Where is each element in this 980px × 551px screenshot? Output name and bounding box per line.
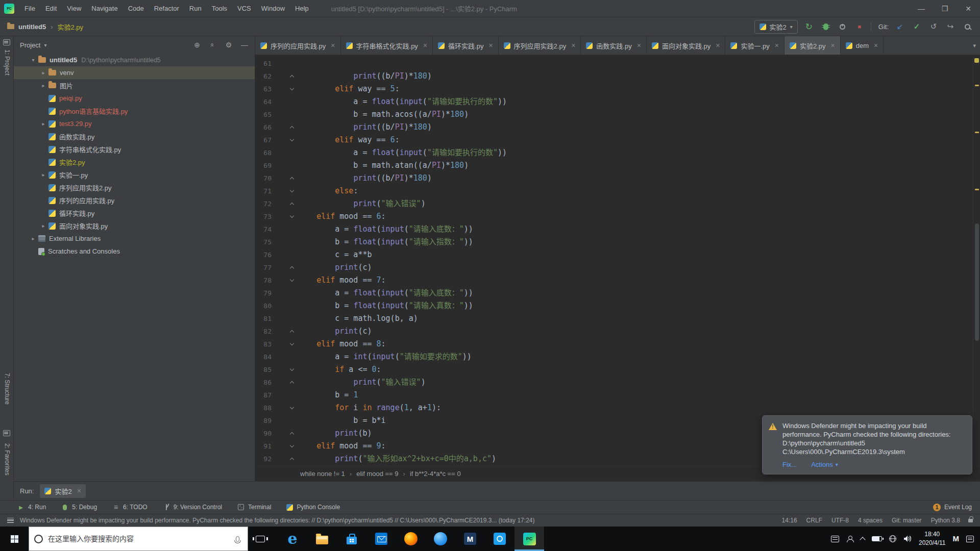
status-item[interactable]: UTF-8 <box>831 517 849 524</box>
menu-item[interactable]: View <box>62 0 86 17</box>
chevron-right-icon[interactable] <box>38 70 48 76</box>
close-button[interactable]: ✕ <box>957 0 980 17</box>
tab-close-icon[interactable]: × <box>571 42 575 49</box>
search-input[interactable] <box>48 535 231 543</box>
chevron-right-icon[interactable] <box>38 121 48 127</box>
run-tab[interactable]: 实验2 × <box>40 484 85 498</box>
fold-marker[interactable] <box>276 185 298 197</box>
toolwindow-button-python[interactable]: Python Console <box>286 504 340 511</box>
scrollbar-thumb[interactable] <box>975 223 979 341</box>
menu-item[interactable]: Run <box>184 0 207 17</box>
status-item[interactable]: 14:16 <box>782 517 797 524</box>
update-project-button[interactable]: ↙ <box>894 21 905 32</box>
hide-panel-icon[interactable]: — <box>240 41 249 49</box>
warning-stripe-mark[interactable] <box>975 189 979 190</box>
actions-link[interactable]: Actions ▾ <box>811 460 838 469</box>
taskbar-search[interactable] <box>29 527 248 551</box>
toolwindow-button-todo[interactable]: 6: TODO <box>112 504 148 511</box>
chevron-right-icon[interactable] <box>38 83 48 88</box>
fold-marker[interactable] <box>276 83 298 95</box>
close-icon[interactable]: × <box>77 487 81 494</box>
gear-icon[interactable]: ⚙ <box>225 41 233 49</box>
fold-marker[interactable] <box>276 121 298 134</box>
tree-item[interactable]: 序列的应用实践.py <box>14 194 255 207</box>
toolwindow-button-vcs[interactable]: 9: Version Control <box>163 504 222 511</box>
event-log-button[interactable]: 1 Event Log <box>933 504 972 511</box>
editor-tab[interactable]: 字符串格式化实践.py× <box>341 36 433 55</box>
run-config-selector[interactable]: 实验2 ▾ <box>754 20 798 34</box>
tree-item[interactable]: peiqi.py <box>14 92 255 105</box>
chevron-right-icon[interactable] <box>28 236 38 241</box>
breadcrumb-item[interactable]: if b**2-4*a*c == 0 <box>410 470 461 478</box>
tab-close-icon[interactable]: × <box>423 42 427 49</box>
tree-item[interactable]: 字符串格式化实践.py <box>14 143 255 156</box>
editor-tab[interactable]: 函数实践.py× <box>581 36 647 55</box>
tree-item[interactable]: 循环实践.py <box>14 207 255 219</box>
tab-list-icon[interactable]: ▾ <box>973 36 976 55</box>
tab-close-icon[interactable]: × <box>831 42 835 49</box>
warning-stripe-mark[interactable] <box>975 85 979 86</box>
tab-close-icon[interactable]: × <box>716 42 720 49</box>
menu-item[interactable]: Tools <box>207 0 232 17</box>
tab-close-icon[interactable]: × <box>775 42 779 49</box>
locate-file-icon[interactable]: ⊕ <box>193 41 201 49</box>
menu-item[interactable]: Window <box>256 0 290 17</box>
fold-marker[interactable] <box>276 338 298 350</box>
stripe-project-button[interactable]: 1: Project <box>4 49 11 76</box>
profiler-button[interactable] <box>837 21 848 32</box>
battery-icon[interactable] <box>872 536 882 541</box>
menu-item[interactable]: Help <box>290 0 314 17</box>
fold-marker[interactable] <box>276 70 298 83</box>
editor-tab[interactable]: dem× <box>841 36 884 55</box>
status-item[interactable]: Git: master <box>892 517 922 524</box>
tab-close-icon[interactable]: × <box>488 42 493 49</box>
fold-marker[interactable] <box>276 427 298 440</box>
status-item[interactable]: 4 spaces <box>858 517 883 524</box>
rollback-button[interactable]: ↪ <box>945 21 956 32</box>
action-center-icon[interactable] <box>966 536 974 542</box>
tree-item[interactable]: 序列应用实践2.py <box>14 181 255 194</box>
editor-tab[interactable]: 序列的应用实践.py× <box>255 36 341 55</box>
fold-marker[interactable] <box>276 134 298 146</box>
tree-item[interactable]: Scratches and Consoles <box>14 245 255 258</box>
taskbar-app-mapp[interactable] <box>455 527 485 551</box>
toolwindow-button-run[interactable]: 4: Run <box>17 504 46 511</box>
status-item[interactable]: Python 3.8 <box>931 517 960 524</box>
search-everywhere-button[interactable] <box>962 21 973 32</box>
inspection-status-icon[interactable] <box>974 58 979 63</box>
tree-item[interactable]: 图片 <box>14 79 255 92</box>
breadcrumb-file[interactable]: 实验2.py <box>58 22 84 32</box>
editor-tab[interactable]: 面向对象实践.py× <box>647 36 726 55</box>
chevron-right-icon[interactable] <box>38 172 48 178</box>
minimize-button[interactable]: — <box>910 0 933 17</box>
fold-marker[interactable] <box>276 274 298 287</box>
menu-item[interactable]: VCS <box>232 0 256 17</box>
tree-item[interactable]: 面向对象实践.py <box>14 219 255 232</box>
toolwindow-switcher-icon[interactable] <box>7 518 14 523</box>
tree-item[interactable]: python语言基础实践.py <box>14 105 255 117</box>
project-panel-title[interactable]: Project <box>20 41 40 49</box>
taskbar-app-store[interactable] <box>337 527 366 551</box>
ime-icon[interactable] <box>953 534 960 543</box>
fold-marker[interactable] <box>276 402 298 414</box>
run-button[interactable]: ↻ <box>803 21 815 32</box>
chevron-up-icon[interactable] <box>860 537 865 542</box>
taskbar-app-firefox[interactable] <box>396 527 426 551</box>
taskbar-clock[interactable]: 18:40 2020/4/11 <box>919 530 946 547</box>
maximize-button[interactable]: ❒ <box>933 0 957 17</box>
menu-item[interactable]: File <box>19 0 40 17</box>
fold-marker[interactable] <box>276 453 298 465</box>
editor-tab[interactable]: 循环实践.py× <box>433 36 499 55</box>
chevron-down-icon[interactable]: ▾ <box>44 42 46 48</box>
taskbar-app-blueapp[interactable] <box>485 527 514 551</box>
chevron-down-icon[interactable] <box>28 57 38 63</box>
tab-close-icon[interactable]: × <box>874 42 878 49</box>
commit-button[interactable]: ✓ <box>911 21 922 32</box>
fold-marker[interactable] <box>276 363 298 376</box>
history-button[interactable]: ↺ <box>928 21 939 32</box>
menu-item[interactable]: Refactor <box>149 0 184 17</box>
taskbar-app-bluecircle[interactable] <box>426 527 455 551</box>
volume-icon[interactable] <box>903 535 912 542</box>
code-area[interactable]: 6162 print((b/PI)*180)63 elif way == 5:6… <box>255 55 973 465</box>
start-button[interactable] <box>0 527 29 551</box>
